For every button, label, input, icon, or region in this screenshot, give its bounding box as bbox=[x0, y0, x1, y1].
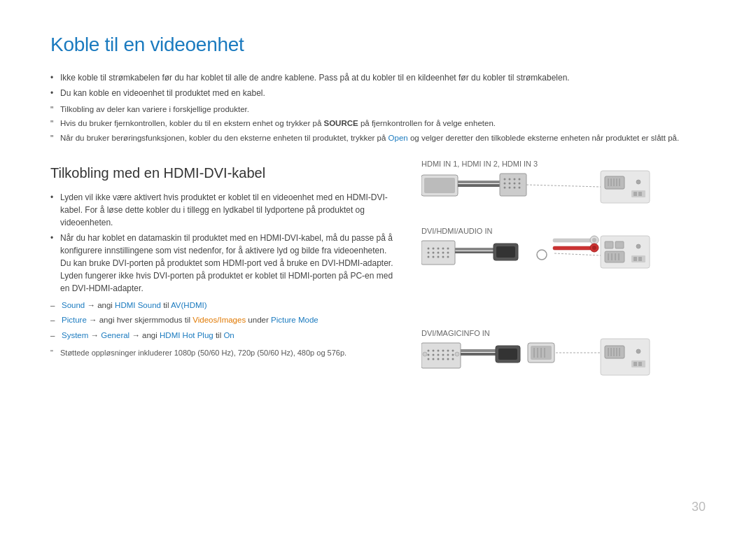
svg-point-11 bbox=[514, 182, 516, 184]
intro-bullet-2: Du kan koble en videoenhet til produktet… bbox=[50, 87, 706, 99]
svg-rect-93 bbox=[498, 349, 517, 360]
svg-point-29 bbox=[428, 247, 430, 249]
section-bullet-2: Når du har koblet en datamaskin til prod… bbox=[50, 232, 393, 295]
svg-rect-90 bbox=[461, 349, 496, 352]
svg-point-9 bbox=[504, 182, 506, 184]
svg-point-37 bbox=[442, 251, 444, 253]
section-title: Tilkobling med en HDMI-DVI-kabel bbox=[50, 165, 393, 181]
svg-point-35 bbox=[433, 251, 435, 253]
svg-rect-3 bbox=[458, 184, 500, 187]
svg-point-85 bbox=[442, 358, 444, 360]
dash-item-system: System → General → angi HDMI Hot Plug ti… bbox=[50, 329, 393, 342]
svg-point-7 bbox=[514, 178, 516, 180]
system-arrow: → bbox=[91, 331, 102, 339]
av-hdmi-link: AV(HDMI) bbox=[171, 301, 207, 309]
svg-point-82 bbox=[428, 358, 430, 360]
section-bullet-1: Lyden vil ikke være aktivert hvis produk… bbox=[50, 191, 393, 229]
svg-point-70 bbox=[428, 349, 430, 351]
svg-point-71 bbox=[433, 349, 435, 351]
svg-point-74 bbox=[447, 349, 449, 351]
svg-rect-1 bbox=[424, 178, 455, 193]
svg-rect-60 bbox=[605, 251, 624, 262]
intro-quote-1: Tilkobling av deler kan variere i forskj… bbox=[50, 104, 706, 115]
footer-quote: Støttede oppløsninger inkluderer 1080p (… bbox=[50, 347, 393, 359]
svg-rect-49 bbox=[553, 239, 592, 242]
svg-point-42 bbox=[442, 255, 444, 258]
svg-rect-58 bbox=[605, 241, 613, 248]
on-link: On bbox=[223, 331, 234, 339]
svg-rect-44 bbox=[455, 248, 493, 251]
svg-point-86 bbox=[447, 358, 449, 360]
diagram-svg: HDMI IN 1, HDMI IN 2, HDMI IN 3 bbox=[421, 155, 659, 428]
svg-point-72 bbox=[438, 349, 440, 351]
svg-point-78 bbox=[438, 353, 440, 356]
right-column: HDMI IN 1, HDMI IN 2, HDMI IN 3 bbox=[421, 148, 706, 421]
svg-point-12 bbox=[519, 182, 521, 184]
svg-rect-91 bbox=[461, 353, 496, 356]
svg-rect-47 bbox=[496, 246, 515, 258]
svg-point-16 bbox=[519, 186, 521, 188]
svg-point-43 bbox=[447, 255, 449, 258]
picture-mode-link: Picture Mode bbox=[271, 316, 318, 324]
page-number: 30 bbox=[692, 500, 706, 514]
svg-point-107 bbox=[636, 349, 640, 353]
svg-point-30 bbox=[433, 247, 435, 249]
left-column: Tilkobling med en HDMI-DVI-kabel Lyden v… bbox=[50, 148, 393, 421]
hdmi-hot-plug-link: HDMI Hot Plug bbox=[160, 331, 214, 339]
videos-images-link: Videos/Images bbox=[192, 316, 246, 324]
svg-rect-52 bbox=[553, 246, 592, 250]
svg-point-39 bbox=[428, 255, 430, 258]
page: Koble til en videoenhet Ikke koble til s… bbox=[0, 0, 756, 534]
svg-point-10 bbox=[509, 182, 511, 184]
svg-point-36 bbox=[438, 251, 440, 253]
main-content: Tilkobling med en HDMI-DVI-kabel Lyden v… bbox=[50, 148, 706, 421]
svg-rect-110 bbox=[638, 362, 642, 366]
open-highlight: Open bbox=[388, 134, 408, 142]
svg-point-13 bbox=[504, 186, 506, 188]
svg-point-80 bbox=[447, 353, 449, 356]
sound-arrow: → angi bbox=[87, 301, 115, 309]
svg-point-83 bbox=[433, 358, 435, 360]
svg-point-14 bbox=[509, 186, 511, 188]
svg-point-40 bbox=[433, 255, 435, 258]
picture-under: under bbox=[248, 316, 271, 324]
section-bullet-list: Lyden vil ikke være aktivert hvis produk… bbox=[50, 191, 393, 295]
svg-point-89 bbox=[455, 352, 459, 356]
svg-point-33 bbox=[447, 247, 449, 249]
svg-point-88 bbox=[423, 352, 427, 356]
svg-point-24 bbox=[636, 180, 640, 184]
system-label: System bbox=[62, 331, 88, 339]
label-bottom: DVI/MAGICINFO IN bbox=[421, 329, 490, 337]
svg-rect-26 bbox=[634, 192, 637, 196]
svg-rect-4 bbox=[500, 174, 526, 196]
svg-point-54 bbox=[592, 246, 596, 250]
diagram: HDMI IN 1, HDMI IN 2, HDMI IN 3 bbox=[421, 155, 659, 421]
svg-rect-101 bbox=[605, 346, 624, 358]
svg-point-5 bbox=[504, 178, 506, 180]
svg-point-38 bbox=[447, 251, 449, 253]
intro-quote-list: Tilkobling av deler kan variere i forskj… bbox=[50, 104, 706, 144]
svg-line-111 bbox=[526, 185, 601, 187]
svg-point-32 bbox=[442, 247, 444, 249]
source-highlight: SOURCE bbox=[324, 119, 358, 127]
hdmi-sound-link: HDMI Sound bbox=[115, 301, 161, 309]
svg-point-8 bbox=[519, 178, 521, 180]
svg-point-81 bbox=[452, 353, 454, 356]
picture-arrow: → angi hver skjermmodus til bbox=[89, 316, 192, 324]
svg-point-6 bbox=[509, 178, 511, 180]
svg-point-87 bbox=[452, 358, 454, 360]
svg-point-41 bbox=[438, 255, 440, 258]
svg-rect-2 bbox=[458, 181, 500, 183]
picture-label: Picture bbox=[62, 316, 87, 324]
svg-point-84 bbox=[438, 358, 440, 360]
svg-point-48 bbox=[537, 250, 547, 260]
svg-point-31 bbox=[438, 247, 440, 249]
svg-point-77 bbox=[433, 353, 435, 356]
dash-item-sound: Sound → angi HDMI Sound til AV(HDMI) bbox=[50, 299, 393, 311]
sound-label: Sound bbox=[62, 301, 85, 309]
intro-quote-2: Hvis du bruker fjernkontrollen, kobler d… bbox=[50, 118, 706, 129]
svg-rect-18 bbox=[605, 176, 624, 189]
svg-rect-45 bbox=[455, 251, 493, 253]
label-middle: DVI/HDMI/AUDIO IN bbox=[421, 227, 493, 235]
system-angi: → angi bbox=[132, 331, 160, 339]
